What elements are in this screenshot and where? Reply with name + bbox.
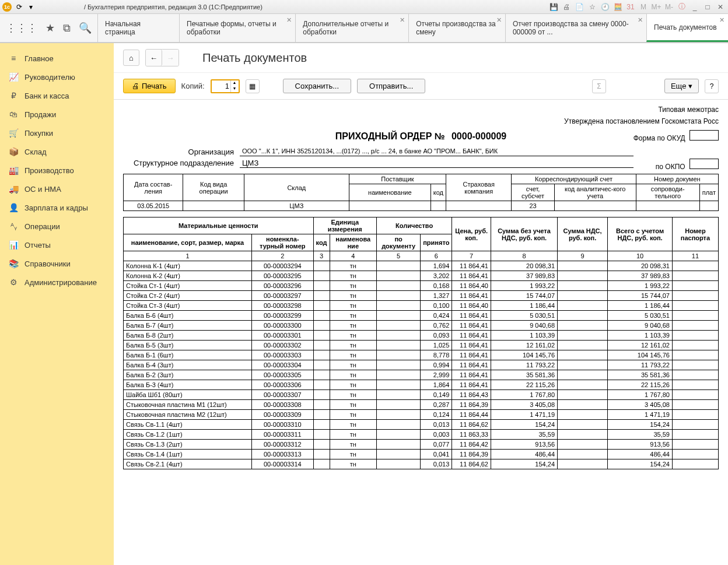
calc-icon[interactable]: 🧮 [612,2,623,12]
close-icon[interactable]: ✕ [715,2,726,12]
grid-icon[interactable]: ▦ [246,79,260,93]
sidebar-item-3[interactable]: 🛍Продажи [0,105,114,124]
info-icon[interactable]: ⓘ [677,2,687,12]
table-row[interactable]: Стойка Ст-1 (4шт)00-00003296тн0,16811 86… [124,281,719,291]
table-row[interactable]: Балка Б-1 (6шт)00-00003303тн8,77811 864,… [124,350,719,360]
document-area[interactable]: Типовая межотрас Утверждена постановлени… [114,100,728,565]
sidebar-item-12[interactable]: ⚙Администрирование [0,273,114,292]
nav-toolbar: ⌂ ← → Печать документов [114,43,728,73]
table-row[interactable]: Стойка Ст-2 (4шт)00-00003297тн1,32711 86… [124,291,719,301]
tab-close-icon[interactable]: ✕ [638,16,643,24]
table-row[interactable]: Балка Б-3 (4шт)00-00003306тн1,86411 864,… [124,380,719,390]
table-row[interactable]: Колонна К-1 (4шт)00-00003294тн1,69411 86… [124,261,719,271]
back-button[interactable]: ← [146,50,162,66]
spin-up[interactable]: ▲ [230,80,239,86]
print-icon[interactable]: 🖨 [561,2,572,12]
tab-close-icon[interactable]: ✕ [400,16,405,24]
table-row[interactable]: Связь Св-1.4 (1шт)00-00003313тн0,04111 8… [124,450,719,459]
star-icon[interactable]: ☆ [587,2,597,12]
sidebar-item-6[interactable]: 🏭Производство [0,161,114,180]
tabbar: ⋮⋮⋮ ★ ⧉ 🔍 Начальная страницаПечатные фор… [0,14,728,43]
sidebar-label: ОС и НМА [24,185,61,194]
sidebar-item-8[interactable]: 👤Зарплата и кадры [0,198,114,217]
dept-label: Структурное подразделение [123,159,240,168]
send-button[interactable]: Отправить... [357,79,425,93]
table-row[interactable]: Шайба Шб1 (80шт)00-00003307тн0,14911 864… [124,390,719,400]
sidebar-item-7[interactable]: 🚚ОС и НМА [0,180,114,198]
print-button[interactable]: 🖨 Печать [123,79,176,93]
table-row[interactable]: Балка Б-5 (3шт)00-00003302тн1,02511 864,… [124,341,719,350]
sidebar-item-5[interactable]: 📦Склад [0,142,114,161]
sidebar-item-2[interactable]: ₽Банк и касса [0,86,114,105]
sidebar-item-4[interactable]: 🛒Покупки [0,124,114,142]
dropdown-icon[interactable]: ▾ [26,2,36,12]
table-row[interactable]: Колонна К-2 (4шт)00-00003295тн3,20211 86… [124,271,719,281]
save-icon[interactable]: 💾 [548,2,559,12]
sidebar-label: Склад [24,148,47,156]
table-row[interactable]: Связь Св-1.3 (2шт)00-00003312тн0,07711 8… [124,440,719,450]
tab-5[interactable]: Печать документов✕ [646,14,728,42]
sidebar-item-10[interactable]: 📊Отчеты [0,236,114,254]
copy-icon[interactable]: ⧉ [63,22,71,34]
cal-icon[interactable]: 31 [625,2,636,12]
sidebar-label: Администрирование [24,278,97,287]
clock-icon[interactable]: 🕘 [600,2,610,12]
search-icon[interactable]: 🔍 [79,22,92,34]
help-button[interactable]: ? [705,79,719,93]
maximize-icon[interactable]: □ [702,2,713,12]
sidebar-icon: 🚚 [8,184,19,194]
tab-2[interactable]: Дополнительные отчеты и обработки✕ [295,14,408,42]
sidebar-item-0[interactable]: ≡Главное [0,49,114,68]
sidebar-label: Отчеты [24,241,51,250]
sidebar-item-11[interactable]: 📚Справочники [0,254,114,273]
sum-icon[interactable]: Σ [592,79,606,93]
copies-input[interactable] [212,80,230,92]
sidebar: ≡Главное📈Руководителю₽Банк и касса🛍Прода… [0,43,114,565]
action-toolbar: 🖨 Печать Копий: ▲▼ ▦ Сохранить... Отправ… [114,73,728,100]
form-codes: Форма по ОКУД по ОКПО [634,130,719,171]
tab-close-icon[interactable]: ✕ [496,16,502,24]
sidebar-label: Руководителю [24,73,75,82]
more-button[interactable]: Еще ▾ [664,79,699,93]
m-icon[interactable]: M [638,2,649,12]
table-row[interactable]: Стойка Ст-3 (4шт)00-00003298тн0,10011 86… [124,301,719,311]
doc-icon[interactable]: 📄 [574,2,584,12]
tab-close-icon[interactable]: ✕ [286,16,292,24]
table-row[interactable]: Балка Б-6 (4шт)00-00003299тн0,42411 864,… [124,311,719,321]
save-button[interactable]: Сохранить... [283,79,351,93]
table-row[interactable]: Балка Б-2 (3шт)00-00003305тн2,99911 864,… [124,370,719,380]
refresh-icon[interactable]: ⟳ [14,2,24,12]
tab-close-icon[interactable]: ✕ [719,16,724,24]
sidebar-label: Покупки [24,129,53,138]
sidebar-item-9[interactable]: ᴬᵧОперации [0,217,114,236]
table-row[interactable]: Связь Св-1.2 (1шт)00-00003311тн0,00311 8… [124,430,719,440]
table-row[interactable]: Связь Св-2.1 (4шт)00-00003314тн0,01311 8… [124,459,719,469]
sidebar-icon: 🏭 [8,166,19,175]
tab-3[interactable]: Отчеты производства за смену✕ [408,14,505,42]
doc-title-prefix: ПРИХОДНЫЙ ОРДЕР № [335,131,445,141]
forward-button[interactable]: → [162,50,178,66]
form-meta1: Типовая межотрас [123,106,719,114]
table-row[interactable]: Балка Б-7 (4шт)00-00003300тн0,76211 864,… [124,321,719,331]
table-row[interactable]: Балка Б-8 (2шт)00-00003301тн0,09311 864,… [124,331,719,341]
copies-spinner[interactable]: ▲▼ [211,79,240,93]
apps-icon[interactable]: ⋮⋮⋮ [6,22,37,34]
tab-1[interactable]: Печатные формы, отчеты и обработки✕ [179,14,295,42]
sidebar-label: Производство [24,166,74,175]
table-row[interactable]: Стыковочная пластина М1 (12шт)00-0000330… [124,400,719,410]
sidebar-label: Справочники [24,259,71,268]
table-row[interactable]: Стыковочная пластина М2 (12шт)00-0000330… [124,410,719,420]
mplus-icon[interactable]: M+ [651,2,662,12]
page-title: Печать документов [202,51,307,65]
mminus-icon[interactable]: M- [664,2,674,12]
tab-4[interactable]: Отчет производства за смену 0000-000009 … [505,14,646,42]
spin-down[interactable]: ▼ [230,86,239,92]
favorite-icon[interactable]: ★ [46,22,55,34]
tab-0[interactable]: Начальная страница [97,14,179,42]
sidebar-item-1[interactable]: 📈Руководителю [0,68,114,86]
table-row[interactable]: Связь Св-1.1 (4шт)00-00003310тн0,01311 8… [124,420,719,430]
home-button[interactable]: ⌂ [123,50,139,66]
table-row[interactable]: Балка Б-4 (3шт)00-00003304тн0,99411 864,… [124,360,719,370]
minimize-icon[interactable]: _ [690,2,700,12]
window-title: / Бухгалтерия предприятия, редакция 3.0 … [84,3,262,10]
